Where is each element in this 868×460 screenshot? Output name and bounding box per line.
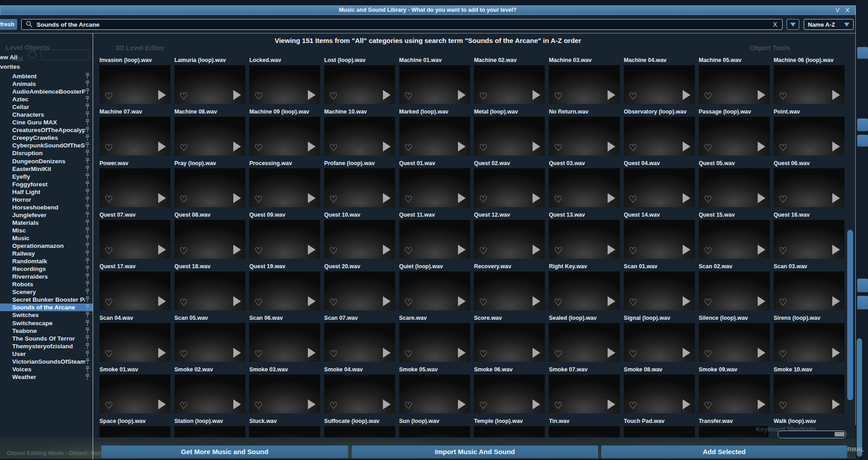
sound-thumbnail[interactable]: ♡ — [474, 65, 545, 104]
play-icon[interactable] — [458, 245, 466, 255]
sound-item[interactable]: Machine 02.wav ♡ — [474, 57, 545, 109]
sound-item[interactable]: Machine 08.wav ♡ — [175, 109, 245, 160]
favorite-heart-icon[interactable]: ♡ — [404, 350, 413, 359]
sound-thumbnail[interactable]: ♡ — [474, 117, 545, 156]
pin-icon[interactable] — [85, 158, 90, 165]
pin-icon[interactable] — [85, 327, 90, 334]
sound-thumbnail[interactable]: ♡ — [699, 220, 770, 259]
sound-thumbnail[interactable]: ♡ — [774, 220, 844, 259]
favorite-heart-icon[interactable]: ♡ — [554, 195, 562, 204]
sound-thumbnail[interactable]: ♡ — [399, 323, 470, 362]
sidebar-category[interactable]: Ambient — [0, 72, 93, 80]
favorite-heart-icon[interactable]: ♡ — [704, 298, 712, 308]
pin-icon[interactable] — [85, 119, 90, 126]
sound-thumbnail[interactable]: ♡ — [474, 271, 545, 310]
favorite-heart-icon[interactable]: ♡ — [778, 143, 787, 153]
sound-thumbnail[interactable]: ♡ — [549, 168, 620, 207]
favorite-heart-icon[interactable]: ♡ — [629, 401, 637, 411]
favorite-heart-icon[interactable]: ♡ — [254, 92, 263, 101]
play-icon[interactable] — [158, 296, 166, 306]
pin-icon[interactable] — [85, 96, 90, 103]
play-icon[interactable] — [308, 193, 316, 203]
sound-item[interactable]: Smoke 01.wav ♡ — [99, 366, 170, 418]
sound-item[interactable]: Scan 03.wav ♡ — [774, 263, 844, 315]
sound-item[interactable]: Smoke 02.wav ♡ — [175, 366, 245, 418]
sound-item[interactable]: Quest 13.wav ♡ — [549, 212, 620, 263]
play-icon[interactable] — [758, 399, 765, 409]
favorite-heart-icon[interactable]: ♡ — [254, 350, 263, 359]
play-icon[interactable] — [683, 245, 690, 255]
sidebar-category[interactable]: Junglefever — [0, 211, 93, 219]
play-icon[interactable] — [158, 142, 166, 152]
sound-thumbnail[interactable]: ♡ — [624, 271, 695, 310]
sound-item[interactable]: Quest 03.wav ♡ — [549, 160, 620, 212]
pin-icon[interactable] — [85, 88, 90, 95]
pin-icon[interactable] — [85, 281, 90, 288]
favorite-heart-icon[interactable]: ♡ — [104, 350, 113, 359]
pin-icon[interactable] — [85, 181, 90, 188]
favorite-heart-icon[interactable]: ♡ — [329, 247, 338, 256]
sound-thumbnail[interactable]: ♡ — [249, 323, 320, 362]
sound-item[interactable]: Smoke 10.wav ♡ — [774, 366, 844, 418]
favorite-heart-icon[interactable]: ♡ — [479, 247, 487, 256]
play-icon[interactable] — [832, 142, 840, 152]
sidebar-category[interactable]: DungeonDenizens — [0, 157, 93, 165]
favorite-heart-icon[interactable]: ♡ — [479, 298, 487, 308]
sound-thumbnail[interactable]: ♡ — [99, 117, 170, 156]
play-icon[interactable] — [533, 90, 540, 100]
favorite-heart-icon[interactable]: ♡ — [179, 401, 188, 411]
sound-thumbnail[interactable]: ♡ — [774, 117, 844, 156]
favorite-heart-icon[interactable]: ♡ — [404, 92, 413, 101]
sidebar-category[interactable]: Scenery — [0, 288, 93, 296]
sound-thumbnail[interactable]: ♡ — [399, 117, 470, 156]
play-icon[interactable] — [383, 142, 391, 152]
favorite-heart-icon[interactable]: ♡ — [778, 195, 787, 204]
sound-item[interactable]: Quest 06.wav ♡ — [774, 160, 844, 212]
get-more-button[interactable]: Get More Music and Sound — [101, 446, 348, 458]
play-icon[interactable] — [683, 348, 690, 358]
play-icon[interactable] — [308, 142, 316, 152]
pin-icon[interactable] — [85, 374, 90, 380]
sound-item[interactable]: Score.wav ♡ — [474, 315, 545, 366]
play-icon[interactable] — [308, 245, 316, 255]
sound-item[interactable]: Smoke 08.wav ♡ — [624, 366, 695, 418]
sound-item[interactable]: Smoke 03.wav ♡ — [249, 366, 320, 418]
sound-thumbnail[interactable]: ♡ — [324, 168, 395, 207]
favorite-heart-icon[interactable]: ♡ — [329, 195, 338, 204]
sound-item[interactable]: Machine 09 (loop).wav ♡ — [249, 109, 320, 160]
sound-thumbnail[interactable]: ♡ — [99, 220, 170, 259]
sound-item[interactable]: Point.wav ♡ — [774, 109, 844, 160]
favorite-heart-icon[interactable]: ♡ — [329, 92, 338, 101]
sound-item[interactable]: Touch Pad.wav ♡ — [624, 418, 695, 437]
play-icon[interactable] — [533, 399, 540, 409]
sound-thumbnail[interactable]: ♡ — [699, 323, 770, 362]
play-icon[interactable] — [533, 296, 540, 306]
add-selected-button[interactable]: Add Selected — [601, 446, 847, 458]
sidebar-category[interactable]: Foggyforest — [0, 180, 93, 188]
sound-item[interactable]: Quest 16.wav ♡ — [774, 212, 844, 263]
clear-search-icon[interactable]: X — [768, 21, 782, 28]
sidebar-item-favorites[interactable]: vorites — [0, 63, 93, 71]
sidebar-category[interactable]: Switchescape — [0, 319, 93, 327]
pin-icon[interactable] — [85, 343, 90, 350]
sound-thumbnail[interactable]: ♡ — [474, 323, 545, 362]
sound-thumbnail[interactable]: ♡ — [699, 375, 770, 413]
pin-icon[interactable] — [85, 242, 90, 249]
sound-thumbnail[interactable]: ♡ — [549, 117, 620, 156]
sidebar-category[interactable]: Animals — [0, 80, 93, 88]
sound-item[interactable]: Observatory (loop).wav ♡ — [624, 109, 695, 160]
pin-icon[interactable] — [85, 351, 90, 357]
refresh-button[interactable]: efresh — [0, 19, 17, 30]
sidebar-category[interactable]: CreaturesOfTheApocalypse — [0, 126, 93, 134]
sound-item[interactable]: Sirens (loop).wav ♡ — [774, 315, 844, 366]
sound-thumbnail[interactable]: ♡ — [774, 168, 844, 207]
play-icon[interactable] — [308, 296, 316, 306]
sound-item[interactable]: Machine 07.wav ♡ — [99, 109, 170, 160]
play-icon[interactable] — [683, 193, 690, 203]
pin-icon[interactable] — [85, 312, 90, 318]
sound-item[interactable]: Smoke 07.wav ♡ — [549, 366, 620, 418]
sound-item[interactable]: Quest 11.wav ♡ — [399, 212, 470, 263]
slider-thumb[interactable] — [835, 432, 844, 436]
sidebar-category[interactable]: Eyefly — [0, 173, 93, 180]
favorite-heart-icon[interactable]: ♡ — [104, 195, 113, 204]
